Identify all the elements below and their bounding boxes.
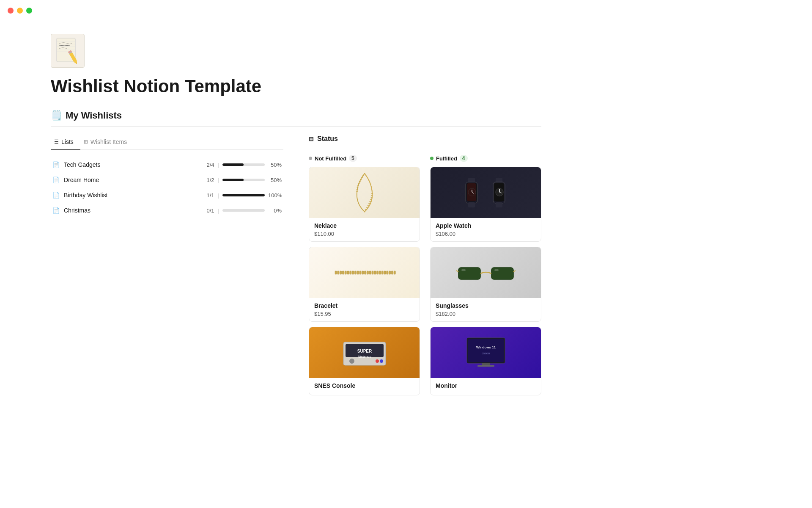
svg-rect-81 [491, 268, 513, 279]
product-image [309, 247, 420, 298]
product-card[interactable]: Apple Watch $106.00 [430, 167, 541, 242]
svg-rect-85 [494, 269, 499, 271]
tab-lists-label: Lists [61, 138, 74, 145]
product-price: $15.95 [314, 311, 414, 317]
svg-point-14 [360, 179, 362, 180]
svg-point-23 [370, 197, 372, 198]
fulfilled-cards: Apple Watch $106.00 [430, 167, 541, 395]
progress-bar [222, 209, 265, 212]
grid-icon: ⊞ [84, 139, 88, 145]
svg-point-19 [356, 189, 358, 190]
svg-rect-79 [496, 202, 502, 207]
product-name: SNES Console [314, 382, 414, 389]
product-name: Sunglasses [436, 302, 536, 309]
list-item[interactable]: 📄 Birthday Wishlist 1/1 | 100% [51, 188, 283, 203]
product-price: $106.00 [436, 231, 536, 237]
maximize-button[interactable] [26, 8, 32, 14]
list-icon: ☰ [54, 139, 59, 145]
progress-percent: 50% [268, 162, 282, 168]
product-info: Apple Watch $106.00 [431, 218, 541, 241]
progress-bar [222, 179, 265, 181]
list-item-meta: 2/4 | 50% [207, 162, 282, 168]
svg-rect-91 [477, 365, 494, 367]
svg-point-12 [362, 175, 364, 176]
status-columns: Not Fulfilled 5 Neklace $110.00 [309, 155, 541, 400]
list-item-name: Dream Home [64, 177, 203, 183]
product-card[interactable]: Neklace $110.00 [309, 167, 420, 242]
svg-rect-56 [335, 272, 394, 273]
fulfilled-dot [430, 157, 433, 160]
product-info: Neklace $110.00 [309, 218, 420, 241]
svg-point-27 [367, 205, 369, 206]
list-rows: 📄 Tech Gadgets 2/4 | 50% 📄 Dream Home 1/… [51, 157, 283, 218]
svg-point-22 [371, 195, 373, 196]
not-fulfilled-cards: Neklace $110.00 Bracelet $15.95 SUPER [309, 167, 420, 395]
progress-bar-fill [222, 179, 244, 181]
section-heading-text: My Wishlists [66, 110, 122, 121]
svg-point-25 [369, 201, 371, 202]
progress-percent: 0% [268, 207, 282, 214]
list-item[interactable]: 📄 Tech Gadgets 2/4 | 50% [51, 157, 283, 172]
traffic-lights [8, 8, 32, 14]
product-card[interactable]: Sunglasses $182.00 [430, 247, 541, 322]
product-info: Monitor [431, 378, 541, 395]
product-image: Windows 11 256GB [431, 327, 541, 378]
board-icon: ⊟ [309, 135, 314, 142]
doc-icon: 📄 [52, 161, 60, 168]
product-name: Monitor [436, 382, 536, 389]
list-item-meta: 1/1 | 100% [207, 192, 282, 199]
product-name: Neklace [314, 222, 414, 229]
fulfilled-header: Fulfilled 4 [430, 155, 541, 162]
tab-lists[interactable]: ☰ Lists [51, 135, 80, 150]
svg-text:SUPER: SUPER [357, 349, 372, 353]
svg-text:Windows 11: Windows 11 [476, 345, 496, 349]
product-card[interactable]: SUPER Nintendo SNES Console [309, 327, 420, 395]
svg-point-24 [370, 199, 372, 200]
list-item-name: Tech Gadgets [64, 161, 203, 168]
tab-wishlist-items[interactable]: ⊞ Wishlist Items [80, 135, 134, 150]
fulfilled-label: Fulfilled [436, 155, 457, 162]
list-item-meta: 0/1 | 0% [207, 207, 282, 214]
section-heading-icon: 🗒️ [51, 110, 62, 121]
product-info: Bracelet $15.95 [309, 298, 420, 321]
progress-text: 2/4 [207, 162, 214, 168]
svg-rect-67 [467, 183, 476, 201]
product-image [309, 167, 420, 218]
minimize-button[interactable] [17, 8, 23, 14]
close-button[interactable] [8, 8, 14, 14]
product-price: $182.00 [436, 311, 536, 317]
product-info: Sunglasses $182.00 [431, 298, 541, 321]
list-item[interactable]: 📄 Dream Home 1/2 | 50% [51, 172, 283, 188]
svg-point-29 [365, 209, 366, 210]
svg-rect-80 [458, 268, 480, 279]
svg-point-26 [368, 203, 370, 204]
svg-point-28 [366, 207, 368, 208]
not-fulfilled-header: Not Fulfilled 5 [309, 155, 420, 162]
status-heading-text: Status [317, 135, 338, 143]
doc-icon: 📄 [52, 207, 60, 214]
list-item-meta: 1/2 | 50% [207, 177, 282, 183]
doc-icon: 📄 [52, 192, 60, 199]
svg-text:Nintendo: Nintendo [357, 355, 371, 359]
product-image [431, 247, 541, 298]
svg-rect-71 [468, 202, 475, 207]
lists-panel: ☰ Lists ⊞ Wishlist Items 📄 Tech Gadgets … [51, 135, 283, 400]
page-title: Wishlist Notion Template [51, 76, 541, 97]
main-content: Wishlist Notion Template 🗒️ My Wishlists… [0, 0, 592, 417]
not-fulfilled-dot [309, 157, 312, 160]
product-card[interactable]: Bracelet $15.95 [309, 247, 420, 322]
product-name: Apple Watch [436, 222, 536, 229]
progress-text: 1/1 [207, 192, 214, 199]
svg-point-63 [380, 359, 383, 363]
section-heading: 🗒️ My Wishlists [51, 110, 541, 127]
progress-bar [222, 163, 265, 166]
product-card[interactable]: Windows 11 256GB Monitor [430, 327, 541, 395]
status-heading: ⊟ Status [309, 135, 541, 148]
product-info: SNES Console [309, 378, 420, 395]
product-image [431, 167, 541, 218]
progress-bar-fill [222, 194, 265, 196]
svg-point-62 [376, 359, 379, 363]
svg-rect-90 [482, 363, 490, 365]
list-item[interactable]: 📄 Christmas 0/1 | 0% [51, 203, 283, 218]
tabs-bar: ☰ Lists ⊞ Wishlist Items [51, 135, 283, 150]
